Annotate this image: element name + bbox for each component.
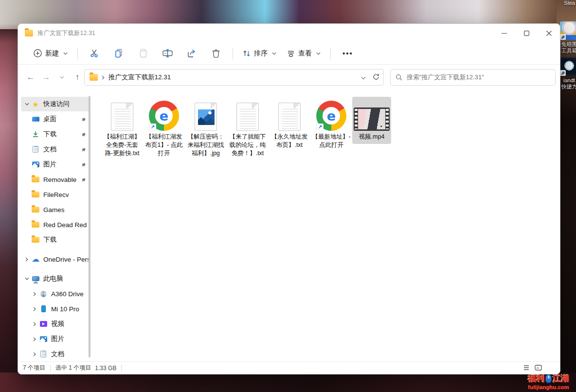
wallpaper-bottom-strip bbox=[0, 373, 576, 392]
document-icon bbox=[40, 351, 46, 357]
refresh-icon[interactable] bbox=[373, 73, 379, 82]
sidebar-item-label: 图片 bbox=[51, 335, 64, 343]
folder-icon bbox=[32, 207, 39, 213]
sidebar-item-documents[interactable]: 文档 bbox=[21, 142, 89, 157]
sidebar-item-a360[interactable]: A360 Drive bbox=[21, 286, 89, 301]
file-tile-mp4-selected[interactable]: 视频.mp4 bbox=[352, 97, 391, 144]
rabbit-toolbox-icon: ↗ bbox=[560, 21, 576, 40]
file-tile-txt-3[interactable]: 【永久地址发布页】.txt bbox=[269, 97, 310, 152]
navigation-pane: ★ 快速访问 桌面 下载 文档 bbox=[18, 90, 91, 361]
chevron-down-icon bbox=[63, 52, 68, 55]
new-button[interactable]: 新建 bbox=[29, 46, 72, 61]
up-button[interactable]: ↑ bbox=[71, 71, 84, 84]
copy-button[interactable] bbox=[107, 45, 130, 62]
titlebar[interactable]: 推广文宣下载新12.31 bbox=[18, 24, 560, 42]
desktop-icon-steam-label[interactable]: Stea bbox=[564, 0, 575, 6]
delete-button[interactable] bbox=[204, 45, 228, 62]
view-icon bbox=[287, 50, 295, 57]
sidebar-item-videos[interactable]: 视频 bbox=[21, 317, 89, 331]
share-button[interactable] bbox=[180, 45, 203, 62]
sidebar-item-removable[interactable]: Removable bbox=[21, 172, 89, 187]
folder-icon bbox=[32, 177, 39, 182]
file-tile-txt-2[interactable]: 【来了就能下载的论坛，纯免费！】.txt bbox=[227, 97, 269, 160]
sidebar-item-label: 下载 bbox=[43, 235, 56, 244]
close-button[interactable] bbox=[538, 24, 560, 42]
file-tile-shortcut-1[interactable]: e ↗ 【福利江湖发布页1】- 点此打开 bbox=[143, 97, 185, 160]
file-tile-txt-1[interactable]: 【福利江湖】全免费-无套路-更新快.txt bbox=[101, 97, 143, 160]
trash-icon bbox=[212, 49, 220, 58]
rename-icon bbox=[162, 49, 173, 58]
selection-count: 选中 1 个项目 bbox=[55, 364, 91, 372]
desktop-icon-rabbit-shortcut[interactable]: ↗ iandt 快捷方 bbox=[558, 57, 576, 90]
share-icon bbox=[187, 49, 197, 58]
pictures-icon bbox=[32, 161, 39, 167]
document-icon bbox=[33, 146, 38, 153]
file-tile-jpg[interactable]: 【解压密码：来福利江湖找福利】.jpg bbox=[185, 97, 227, 160]
chevron-down-icon[interactable] bbox=[23, 277, 31, 280]
file-name: 【来了就能下载的论坛，纯免费！】.txt bbox=[228, 133, 268, 158]
chevron-right-icon[interactable] bbox=[31, 307, 38, 311]
sidebar-item-games[interactable]: Games bbox=[21, 202, 89, 217]
desktop-icon-rabbit-toolbox[interactable]: ↗ 兔暗黑 工具箱 bbox=[558, 21, 576, 54]
breadcrumb-chevron-icon[interactable] bbox=[102, 75, 105, 80]
more-options-icon[interactable]: ••• bbox=[336, 49, 360, 57]
cut-button[interactable] bbox=[83, 45, 106, 62]
sidebar-item-pictures[interactable]: 图片 bbox=[21, 157, 89, 172]
details-view-icon[interactable] bbox=[523, 364, 531, 373]
folder-icon bbox=[32, 237, 39, 243]
sidebar-item-onedrive[interactable]: ☁ OneDrive - Pers bbox=[21, 252, 89, 267]
chevron-right-icon[interactable] bbox=[31, 322, 38, 326]
rename-button[interactable] bbox=[156, 45, 179, 62]
sort-button[interactable]: 排序 bbox=[238, 46, 281, 61]
file-name: 【永久地址发布页】.txt bbox=[270, 133, 309, 149]
folder-icon bbox=[32, 192, 39, 197]
sidebar-item-quick-access[interactable]: ★ 快速访问 bbox=[21, 97, 89, 111]
file-tile-shortcut-2[interactable]: e ↗ 【最新地址】-点此打开 bbox=[310, 97, 352, 152]
sidebar-scrollbar[interactable] bbox=[89, 96, 90, 357]
view-button-label: 查看 bbox=[298, 49, 312, 58]
sidebar-item-filerecv[interactable]: FileRecv bbox=[21, 187, 89, 202]
sidebar-item-this-pc[interactable]: 此电脑 bbox=[21, 271, 89, 286]
sidebar-item-mi10pro[interactable]: Mi 10 Pro bbox=[21, 302, 89, 316]
chevron-down-icon bbox=[272, 52, 276, 55]
desktop-icon-label: 快捷方 bbox=[558, 84, 576, 90]
video-file-icon bbox=[354, 107, 390, 131]
shortcut-arrow-icon: ↗ bbox=[560, 34, 566, 40]
thumbnail-view-icon[interactable] bbox=[535, 364, 542, 373]
forward-button[interactable]: → bbox=[39, 71, 53, 84]
chevron-right-icon[interactable] bbox=[23, 257, 31, 262]
maximize-button[interactable] bbox=[515, 24, 538, 42]
sidebar-item-downloads-folder[interactable]: 下载 bbox=[21, 232, 89, 247]
address-bar[interactable]: 推广文宣下载新12.31 bbox=[84, 69, 384, 86]
recent-locations-chevron-icon[interactable] bbox=[55, 71, 69, 84]
chevron-right-icon[interactable] bbox=[31, 292, 38, 296]
minimize-button[interactable] bbox=[493, 24, 515, 42]
search-placeholder: 搜索"推广文宣下载新12.31" bbox=[407, 73, 484, 82]
sidebar-item-label: 视频 bbox=[51, 320, 64, 328]
folder-icon bbox=[32, 222, 39, 228]
back-button[interactable]: ← bbox=[24, 71, 37, 84]
sidebar-item-desktop[interactable]: 桌面 bbox=[21, 112, 89, 126]
chevron-down-icon[interactable] bbox=[23, 103, 31, 106]
address-dropdown-chevron-icon[interactable] bbox=[361, 74, 366, 81]
sidebar-item-downloads[interactable]: 下载 bbox=[21, 127, 89, 142]
paste-icon bbox=[139, 49, 148, 58]
phone-icon bbox=[41, 305, 46, 312]
paste-button[interactable] bbox=[131, 45, 155, 62]
search-input[interactable]: 搜索"推广文宣下载新12.31" bbox=[390, 69, 556, 86]
sidebar-item-red-dead[interactable]: Red Dead Red bbox=[21, 217, 89, 232]
file-list-area[interactable]: 【福利江湖】全免费-无套路-更新快.txt e ↗ 【福利江湖发布页1】- 点此… bbox=[91, 90, 560, 361]
toolbar-divider bbox=[233, 48, 233, 59]
pin-icon bbox=[81, 146, 86, 154]
sidebar-item-label: 图片 bbox=[43, 160, 56, 169]
status-divider bbox=[50, 365, 51, 372]
breadcrumb[interactable]: 推广文宣下载新12.31 bbox=[108, 73, 171, 82]
sidebar-item-documents-pc[interactable]: 文档 bbox=[21, 347, 89, 361]
view-button[interactable]: 查看 bbox=[282, 46, 325, 61]
browser-shortcut-icon: e ↗ bbox=[149, 101, 179, 131]
chevron-right-icon[interactable] bbox=[31, 352, 38, 356]
chevron-right-icon[interactable] bbox=[31, 337, 38, 341]
star-icon: ★ bbox=[32, 101, 38, 108]
file-name: 【福利江湖发布页1】- 点此打开 bbox=[144, 133, 184, 158]
sidebar-item-pictures-pc[interactable]: 图片 bbox=[21, 332, 89, 346]
